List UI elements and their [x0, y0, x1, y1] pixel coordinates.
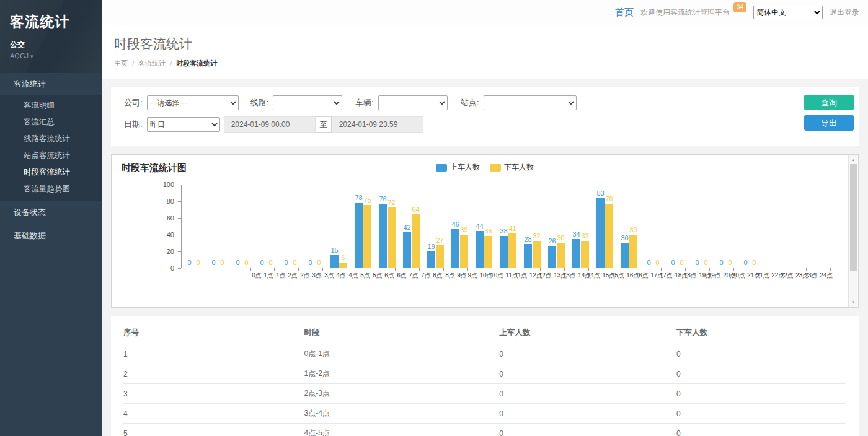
bar-value-label: 27: [436, 237, 443, 244]
line-select[interactable]: [273, 95, 342, 110]
table-cell: 0: [499, 384, 676, 404]
bar-value-label: 6: [341, 255, 345, 261]
bar-value-label: 0: [317, 259, 321, 266]
sidebar-section[interactable]: 设备状态: [0, 201, 102, 224]
legend-label: 上车人数: [450, 162, 480, 173]
scrollbar-thumb[interactable]: [850, 164, 857, 271]
bar-group: 7672: [375, 185, 399, 268]
bar-value-label: 32: [533, 233, 540, 240]
legend-label: 下车人数: [504, 162, 534, 173]
bar-value-label: 34: [572, 231, 580, 238]
bar-value-label: 0: [704, 259, 707, 266]
bar: [533, 241, 541, 268]
x-tick-label: 5点-6点: [371, 268, 396, 280]
date-start-input[interactable]: 2024-01-09 00:00: [224, 116, 316, 133]
table-row: 54点-5点00: [123, 424, 846, 436]
station-select[interactable]: [484, 95, 577, 110]
bar: [629, 235, 637, 268]
chart-vertical-scrollbar[interactable]: ▲ ▼: [848, 155, 857, 307]
org-name: 公交: [10, 40, 92, 50]
table-panel: 序号 时段 上车人数 下车人数 10点-1点0021点-2点0032点-3点00…: [111, 316, 859, 436]
export-button[interactable]: 导出: [804, 115, 854, 131]
bar-group: 8376: [593, 185, 617, 268]
table-cell: 1点-2点: [304, 364, 500, 384]
welcome-text: 欢迎使用客流统计管理平台: [640, 7, 730, 18]
bar-group: 00: [738, 185, 762, 268]
logout-link[interactable]: 退出登录: [830, 7, 859, 18]
bar: [500, 236, 508, 268]
bar-value-label: 0: [743, 259, 747, 266]
sidebar-item[interactable]: 时段客流统计: [0, 164, 102, 181]
home-link[interactable]: 首页: [615, 7, 634, 19]
topbar: 首页 欢迎使用客流统计管理平台 34 简体中文 退出登录: [102, 0, 868, 25]
bar-value-label: 76: [379, 196, 386, 203]
table-cell: 1: [123, 344, 304, 364]
bar: [484, 236, 492, 268]
bar-value-label: 39: [460, 227, 467, 233]
table-cell: 2: [123, 364, 304, 384]
company-select[interactable]: ---请选择---: [147, 95, 239, 110]
sidebar-item[interactable]: 客流量趋势图: [0, 181, 102, 198]
bar-value-label: 0: [647, 259, 650, 266]
x-tick-label: 7点-8点: [420, 268, 444, 280]
x-tick-label: 2点-3点: [299, 268, 323, 280]
bar-value-label: 0: [260, 259, 264, 266]
bar: [363, 205, 371, 268]
x-tick-label: 16点-17点: [637, 268, 662, 280]
bar: [330, 255, 339, 268]
sidebar-section[interactable]: 客流统计: [0, 73, 102, 95]
bar-value-label: 0: [752, 259, 756, 266]
bar-value-label: 28: [524, 236, 531, 243]
sidebar-item[interactable]: 客流汇总: [0, 114, 102, 131]
table-cell: 0点-1点: [304, 344, 500, 364]
chart-plot-wrap: 0000000000001567875767242641927463944383…: [181, 185, 831, 280]
table-cell: 0: [676, 404, 846, 424]
date-preset-select[interactable]: 昨日: [147, 117, 220, 132]
breadcrumb-current: 时段客流统计: [176, 59, 217, 68]
date-label: 日期:: [124, 119, 143, 130]
legend-item[interactable]: 上车人数: [436, 162, 480, 173]
table-cell: 2点-3点: [304, 384, 500, 404]
x-tick-label: 0点-1点: [250, 268, 275, 280]
bar: [548, 246, 556, 268]
filter-panel: 公司: ---请选择--- 线路: 车辆: 站点: 日期: 昨日: [111, 87, 859, 146]
x-tick-label: 21点-22点: [758, 268, 782, 280]
passenger-table: 序号 时段 上车人数 下车人数 10点-1点0021点-2点0032点-3点00…: [123, 321, 846, 436]
bar-group: 4264: [399, 185, 423, 268]
sidebar-item[interactable]: 站点客流统计: [0, 147, 102, 164]
bar-value-label: 46: [451, 221, 459, 228]
page-heading: 时段客流统计 主页 / 客流统计 / 时段客流统计: [102, 25, 868, 79]
table-cell: 0: [499, 364, 676, 384]
bar-group: 3039: [617, 185, 641, 268]
sidebar-item[interactable]: 客流明细: [0, 97, 102, 114]
scroll-up-icon[interactable]: ▲: [849, 155, 857, 164]
sidebar-item[interactable]: 线路客流统计: [0, 131, 102, 147]
bar: [605, 204, 613, 268]
bar-value-label: 38: [500, 228, 507, 235]
sidebar-section[interactable]: 基础数据: [0, 224, 102, 248]
bar-group: 00: [278, 185, 303, 268]
table-cell: 5: [123, 424, 304, 436]
chart-legend: 上车人数下车人数: [436, 162, 534, 173]
date-end-input[interactable]: 2024-01-09 23:59: [332, 116, 423, 133]
vehicle-select[interactable]: [378, 95, 448, 110]
language-select[interactable]: 简体中文: [753, 6, 823, 19]
query-button[interactable]: 查询: [804, 95, 854, 110]
bar: [403, 232, 411, 268]
breadcrumb-home[interactable]: 主页: [114, 59, 128, 68]
bar-value-label: 0: [187, 259, 191, 266]
bar-value-label: 0: [680, 259, 683, 266]
legend-item[interactable]: 下车人数: [490, 162, 534, 173]
date-to-label: 至: [316, 116, 332, 133]
bar: [460, 235, 468, 268]
filter-row-1: 公司: ---请选择--- 线路: 车辆: 站点:: [120, 95, 850, 111]
app-root: 客流统计 公交 AQGJ▾ 客流统计客流明细客流汇总线路客流统计站点客流统计时段…: [0, 0, 868, 436]
scroll-down-icon[interactable]: ▼: [849, 298, 857, 307]
bar-group: 00: [230, 185, 254, 268]
chart-y-axis: 020406080100: [112, 185, 181, 268]
app-title: 客流统计: [10, 12, 92, 32]
breadcrumb-section[interactable]: 客流统计: [138, 59, 166, 68]
bar-value-label: 0: [244, 259, 248, 266]
chart-body: 020406080100 000000000000156787576724264…: [112, 174, 858, 280]
org-selector[interactable]: AQGJ▾: [10, 52, 92, 59]
